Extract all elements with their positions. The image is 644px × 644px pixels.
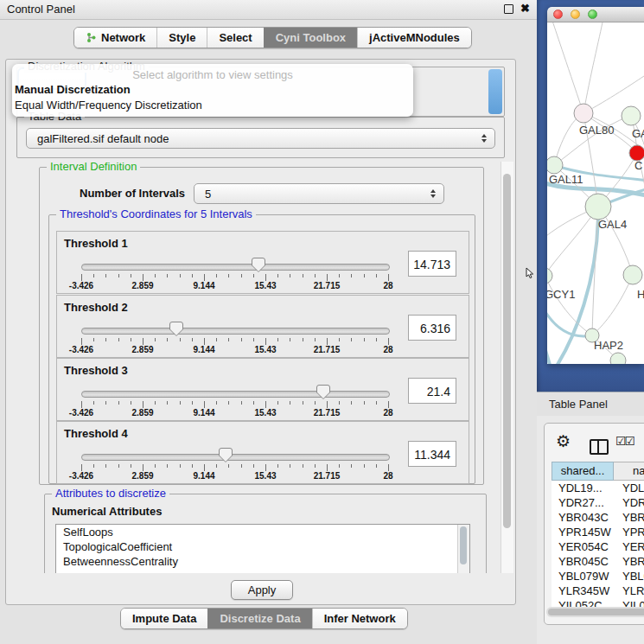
cell-shared-name[interactable]: YDL19... (552, 481, 614, 495)
tick (105, 401, 106, 405)
cell-name[interactable]: YER0 (614, 539, 644, 554)
slider-thumb[interactable] (169, 321, 184, 337)
tab-infer-network[interactable]: Infer Network (312, 609, 407, 628)
slider-thumb[interactable] (316, 384, 331, 400)
tick-label: -3.426 (69, 471, 93, 481)
list-item[interactable]: SelfLoops (56, 525, 469, 539)
table-row[interactable]: YBL079WYBL0 (552, 569, 644, 583)
tab-jactivemnodules[interactable]: jActiveMNodules (357, 28, 471, 48)
tick (93, 464, 94, 468)
tab-cyni-toolbox[interactable]: Cyni Toolbox (264, 28, 357, 48)
list-scrollbar[interactable] (457, 525, 469, 573)
float-window-icon[interactable] (504, 4, 513, 14)
tab-style[interactable]: Style (156, 28, 207, 48)
cell-name[interactable]: YBL0 (614, 569, 644, 583)
slider-thumb[interactable] (251, 257, 266, 273)
combo-spinner-icon (430, 189, 436, 198)
horizontal-scrollbar-thumb[interactable] (548, 609, 644, 615)
threshold-value-field[interactable]: 6.316 (408, 315, 456, 341)
network-node[interactable] (547, 268, 552, 284)
vertical-scrollbar-thumb[interactable] (503, 174, 511, 528)
network-canvas[interactable]: GAL80GACGAL11GAL4GCY1HHAP2 (547, 22, 644, 364)
network-node[interactable] (574, 104, 593, 123)
popup-item-manual-discretization[interactable]: Manual Discretization (15, 83, 131, 96)
table-row[interactable]: YDR27...YDR2 (552, 495, 644, 510)
minimize-traffic-light-icon[interactable] (571, 10, 580, 19)
combo-arrow-button[interactable] (488, 69, 502, 114)
cell-name[interactable]: YBR0 (614, 510, 644, 525)
table-data-combobox[interactable]: galFiltered.sif default node (26, 128, 495, 149)
cell-name[interactable]: YLR3 (614, 583, 644, 598)
select-columns-icon[interactable]: ☑☑ (615, 434, 634, 448)
slider-thumb[interactable] (218, 447, 233, 463)
tick (192, 464, 193, 468)
table-row[interactable]: YBR043CYBR0 (552, 510, 644, 525)
number-of-intervals-combobox[interactable]: 5 (194, 183, 444, 204)
slider-track[interactable] (81, 454, 390, 461)
group-title: Threshold's Coordinates for 5 Intervals (56, 208, 256, 220)
slider-track[interactable] (81, 391, 390, 398)
table-row[interactable]: YER054CYER0 (552, 539, 644, 554)
close-traffic-light-icon[interactable] (553, 10, 563, 19)
tick (303, 464, 303, 468)
network-view-window[interactable]: GAL80GACGAL11GAL4GCY1HHAP2 (547, 7, 644, 364)
cell-shared-name[interactable]: YPR145W (552, 525, 614, 539)
tick (290, 401, 290, 405)
cell-name[interactable]: YDR2 (614, 495, 644, 510)
tick (131, 464, 131, 468)
numerical-attributes-list[interactable]: SelfLoopsTopologicalCoefficientBetweenne… (55, 524, 470, 573)
threshold-value-field[interactable]: 11.344 (408, 441, 456, 467)
network-node[interactable] (585, 194, 611, 220)
columns-icon[interactable] (590, 439, 609, 455)
threshold-value-field[interactable]: 21.4 (408, 378, 456, 404)
column-header-name[interactable]: na (614, 462, 644, 481)
network-node[interactable] (623, 265, 642, 284)
tab-select[interactable]: Select (207, 28, 263, 48)
list-item[interactable]: TopologicalCoefficient (56, 539, 469, 554)
tick-label: 28 (383, 408, 392, 418)
number-of-intervals-label: Number of Intervals (80, 187, 185, 200)
tab-discretize-data[interactable]: Discretize Data (207, 609, 311, 628)
horizontal-scrollbar[interactable] (546, 607, 644, 617)
network-window-titlebar[interactable] (547, 7, 644, 22)
threshold-value-field[interactable]: 14.713 (408, 251, 456, 277)
table-panel-header: Table Panel (537, 392, 644, 418)
cell-name[interactable]: YBR0 (614, 554, 644, 569)
cell-name[interactable]: YDL1 (614, 481, 644, 495)
cell-shared-name[interactable]: YBR045C (552, 554, 614, 569)
network-node[interactable] (622, 106, 641, 125)
tick (118, 338, 119, 341)
cell-shared-name[interactable]: YER054C (552, 539, 614, 554)
apply-button[interactable]: Apply (231, 580, 293, 600)
threshold-panel-4: Threshold 4-3.4262.8599.14415.4321.71528… (56, 421, 469, 484)
cell-shared-name[interactable]: YLR345W (552, 583, 614, 598)
cell-shared-name[interactable]: YBL079W (552, 569, 614, 583)
slider-track[interactable] (81, 264, 390, 271)
column-header-shared-name[interactable]: shared... (552, 462, 614, 481)
node-label: C (634, 159, 642, 172)
close-icon[interactable]: ✖ (520, 2, 530, 15)
list-item[interactable]: BetweennessCentrality (56, 554, 469, 569)
table-row[interactable]: YPR145WYPR1 (552, 525, 644, 539)
tab-network[interactable]: Network (74, 28, 156, 48)
cell-name[interactable]: YPR1 (614, 525, 644, 539)
table-row[interactable]: YLR345WYLR3 (552, 583, 644, 598)
tick (131, 401, 131, 405)
network-node[interactable] (547, 156, 563, 174)
popup-item-equal-width-frequency[interactable]: Equal Width/Frequency Discretization (15, 99, 202, 112)
tick (93, 338, 94, 341)
table-row[interactable]: YBR045CYBR0 (552, 554, 644, 569)
tick (216, 401, 217, 405)
zoom-traffic-light-icon[interactable] (588, 10, 597, 19)
table-row[interactable]: YDL19...YDL1 (552, 481, 644, 495)
tab-impute-data[interactable]: Impute Data (121, 609, 207, 628)
cell-shared-name[interactable]: YBR043C (552, 510, 614, 525)
gear-icon[interactable]: ⚙ (556, 431, 571, 451)
list-scrollbar-thumb[interactable] (460, 526, 467, 564)
interval-definition-group: Interval Definition Number of Intervals … (39, 167, 484, 485)
slider-track[interactable] (81, 328, 390, 335)
cell-shared-name[interactable]: YDR27... (552, 495, 614, 510)
vertical-scrollbar[interactable] (501, 162, 513, 573)
tick-label: 21.715 (314, 408, 341, 418)
network-node[interactable] (610, 353, 626, 364)
